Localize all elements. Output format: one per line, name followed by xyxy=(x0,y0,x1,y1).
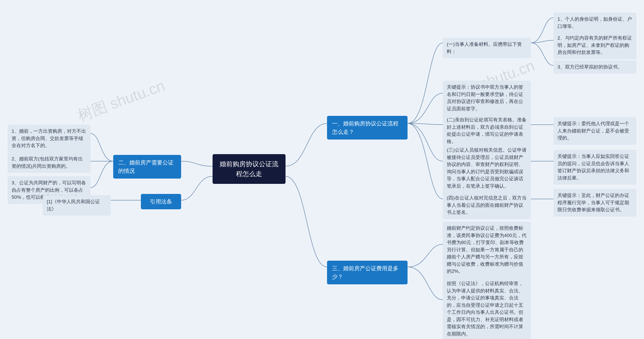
root-node[interactable]: 婚前购房协议公证流程怎么走 xyxy=(213,154,286,184)
node-s2-l1[interactable]: 1、婚前，一方出资购房，对方不出资，但购房合同、交款发票等手续全在对方名下的。 xyxy=(8,125,91,152)
node-s1-c4-tip[interactable]: 关键提示：至此，财产公证的办证程序履行完毕，当事人可于规定期限日凭收费单据来领取… xyxy=(553,189,636,217)
node-s1-c3[interactable]: (三)公证人员核对相关信息。公证申请被接待公证员受理后，公证员就财产协议的内容、… xyxy=(443,144,531,193)
connector-lines xyxy=(0,0,644,339)
node-s1-c1-l3[interactable]: 3、双方已经草拟好的协议书。 xyxy=(553,60,636,74)
watermark-left: 树图 shutu.cn xyxy=(75,76,168,126)
branch-section-1[interactable]: 一、婚前购房协议公证流程怎么走？ xyxy=(327,116,408,140)
node-s1-c3-tip[interactable]: 关键提示：当事人应如实回答公证员的提问，公证员也会告诉当事人签订财产协议后承担的… xyxy=(553,150,636,185)
node-ref-l1[interactable]: [1]《中华人民共和国公证法》 xyxy=(43,195,111,216)
node-s3-l1[interactable]: 婚前财产约定协议公证，按照收费标准，该类民事协议公证费为400元，代书费为80元… xyxy=(443,222,531,278)
branch-section-3[interactable]: 三、婚前房产公证费用是多少？ xyxy=(327,261,408,284)
node-s1-c4[interactable]: (四)在公证人核对完信息之后，双方当事人当着公证员的面在婚前财产协议书上签名。 xyxy=(443,191,531,219)
node-s1-c2-tip[interactable]: 关键提示：委托他人代理或是一个人来办婚前财产公证，是不会被受理的。 xyxy=(553,117,636,145)
node-s2-l2[interactable]: 2、婚前双方(包括双方家里均有出资的情况)共同出资购房的。 xyxy=(8,152,91,173)
node-s1-c2[interactable]: (二)亲自到公证处填写有关表格。准备好上述材料后，双方必须亲自到公证处提出公证申… xyxy=(443,113,531,148)
node-s1-c1-l1[interactable]: 1、个人的身份证明，如身份证、户口簿等。 xyxy=(553,13,636,33)
node-s1-c1-l2[interactable]: 2、与约定内容有关的财产所有权证明，如房产证、未拿到产权证的购房合同和付款发票等… xyxy=(553,31,636,59)
branch-section-2[interactable]: 二、婚前房产需要公证的情况 xyxy=(113,155,181,179)
node-s3-l2[interactable]: 按照《公证法》，公证机构经审查，认为申请人提供的材料真实、合法、充分，申请公证的… xyxy=(443,277,531,339)
node-s1-c1[interactable]: (一)当事人准备材料。应携带以下资料： xyxy=(443,38,531,58)
node-s1-tip1[interactable]: 关键提示：协议书中双方当事人的签名和订约日期一般要求空缺，待公证员对协议进行审查… xyxy=(443,81,531,115)
branch-ref[interactable]: 引用法条 xyxy=(141,194,181,209)
